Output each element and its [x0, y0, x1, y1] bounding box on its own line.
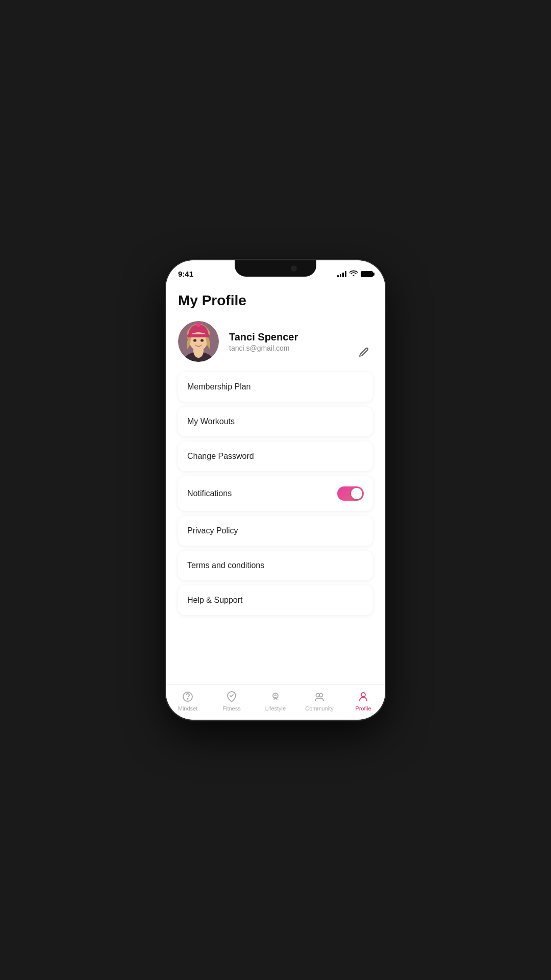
- toggle-track: [337, 486, 364, 501]
- screen: 9:41: [166, 260, 385, 720]
- avatar: [178, 321, 219, 362]
- profile-name: Tanci Spencer: [229, 331, 373, 343]
- main-content: My Profile: [166, 282, 385, 684]
- nav-label-profile: Profile: [355, 705, 371, 712]
- svg-point-14: [361, 693, 365, 697]
- svg-rect-7: [187, 334, 210, 337]
- wifi-icon: [349, 270, 358, 278]
- fitness-icon: [225, 690, 238, 703]
- nav-item-profile[interactable]: Profile: [348, 690, 379, 712]
- menu-item-privacy-policy[interactable]: Privacy Policy: [178, 516, 373, 546]
- menu-item-membership-plan[interactable]: Membership Plan: [178, 372, 373, 402]
- menu-item-terms-conditions[interactable]: Terms and conditions: [178, 551, 373, 580]
- community-icon: [313, 690, 326, 703]
- profile-section: Tanci Spencer tanci.s@gmail.com: [178, 321, 373, 362]
- nav-label-fitness: Fitness: [222, 705, 240, 712]
- status-icons: [337, 270, 373, 278]
- nav-label-mindset: Mindset: [178, 705, 198, 712]
- edit-profile-button[interactable]: [355, 344, 373, 362]
- camera-dot: [291, 265, 297, 272]
- page-title: My Profile: [178, 292, 373, 309]
- notifications-toggle[interactable]: [337, 486, 364, 501]
- status-time: 9:41: [178, 270, 193, 278]
- svg-point-5: [193, 339, 196, 342]
- profile-email: tanci.s@gmail.com: [229, 344, 373, 352]
- status-bar: 9:41: [166, 260, 385, 282]
- bottom-nav: Mindset Fitness: [166, 684, 385, 720]
- nav-label-lifestyle: Lifestyle: [265, 705, 286, 712]
- menu-section: Membership Plan My Workouts Change Passw…: [178, 372, 373, 615]
- nav-label-community: Community: [305, 705, 334, 712]
- menu-item-change-password[interactable]: Change Password: [178, 442, 373, 471]
- toggle-thumb: [351, 488, 362, 499]
- svg-point-6: [201, 339, 204, 342]
- nav-item-mindset[interactable]: Mindset: [172, 690, 203, 712]
- nav-item-fitness[interactable]: Fitness: [216, 690, 247, 712]
- nav-item-community[interactable]: Community: [304, 690, 335, 712]
- battery-icon: [361, 271, 373, 277]
- profile-icon: [357, 690, 370, 703]
- mindset-icon: [181, 690, 194, 703]
- menu-item-help-support[interactable]: Help & Support: [178, 585, 373, 615]
- menu-item-notifications[interactable]: Notifications: [178, 476, 373, 511]
- profile-info: Tanci Spencer tanci.s@gmail.com: [229, 331, 373, 352]
- phone-frame: 9:41: [166, 260, 385, 720]
- menu-item-my-workouts[interactable]: My Workouts: [178, 407, 373, 436]
- svg-point-10: [187, 698, 188, 699]
- edit-icon: [358, 347, 369, 358]
- nav-item-lifestyle[interactable]: Lifestyle: [260, 690, 291, 712]
- svg-point-8: [196, 322, 201, 327]
- lifestyle-icon: [269, 690, 282, 703]
- signal-bars-icon: [337, 271, 346, 277]
